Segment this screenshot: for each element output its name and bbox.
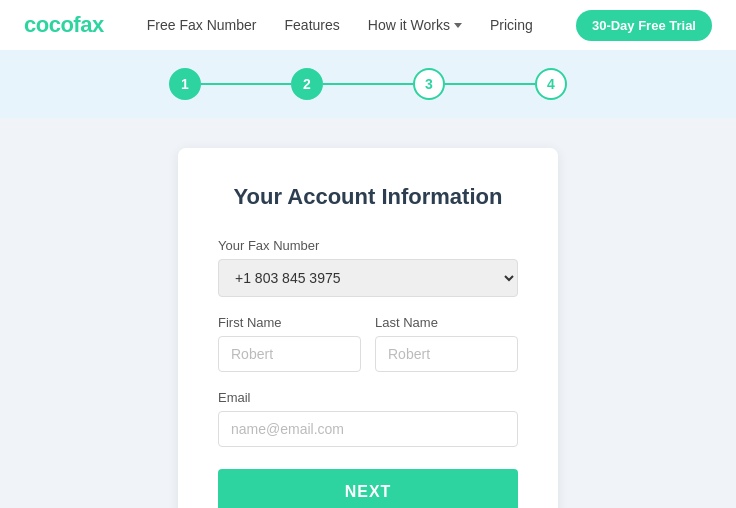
chevron-down-icon bbox=[454, 23, 462, 28]
first-name-group: First Name bbox=[218, 315, 361, 372]
email-label: Email bbox=[218, 390, 518, 405]
main-content: Your Account Information Your Fax Number… bbox=[0, 118, 736, 508]
nav-how-it-works[interactable]: How it Works bbox=[368, 17, 462, 33]
nav-how-it-works-label: How it Works bbox=[368, 17, 450, 33]
name-row: First Name Last Name bbox=[218, 315, 518, 372]
step-2: 2 bbox=[291, 68, 323, 100]
fax-number-select[interactable]: +1 803 845 3975 bbox=[218, 259, 518, 297]
card-title: Your Account Information bbox=[218, 184, 518, 210]
main-nav: Free Fax Number Features How it Works Pr… bbox=[147, 17, 533, 33]
step-line-1 bbox=[201, 83, 291, 85]
progress-bar: 1 2 3 4 bbox=[0, 50, 736, 118]
logo: cocofax bbox=[24, 12, 104, 38]
nav-features[interactable]: Features bbox=[285, 17, 340, 33]
fax-number-label: Your Fax Number bbox=[218, 238, 518, 253]
step-line-3 bbox=[445, 83, 535, 85]
first-name-label: First Name bbox=[218, 315, 361, 330]
nav-pricing[interactable]: Pricing bbox=[490, 17, 533, 33]
last-name-group: Last Name bbox=[375, 315, 518, 372]
step-1: 1 bbox=[169, 68, 201, 100]
account-info-card: Your Account Information Your Fax Number… bbox=[178, 148, 558, 508]
last-name-input[interactable] bbox=[375, 336, 518, 372]
last-name-label: Last Name bbox=[375, 315, 518, 330]
step-line-2 bbox=[323, 83, 413, 85]
email-input[interactable] bbox=[218, 411, 518, 447]
trial-button[interactable]: 30-Day Free Trial bbox=[576, 10, 712, 41]
nav-free-fax-number[interactable]: Free Fax Number bbox=[147, 17, 257, 33]
first-name-input[interactable] bbox=[218, 336, 361, 372]
fax-number-group: Your Fax Number +1 803 845 3975 bbox=[218, 238, 518, 297]
next-button[interactable]: NEXT bbox=[218, 469, 518, 508]
step-3: 3 bbox=[413, 68, 445, 100]
step-4: 4 bbox=[535, 68, 567, 100]
email-group: Email bbox=[218, 390, 518, 447]
progress-steps: 1 2 3 4 bbox=[169, 68, 567, 100]
